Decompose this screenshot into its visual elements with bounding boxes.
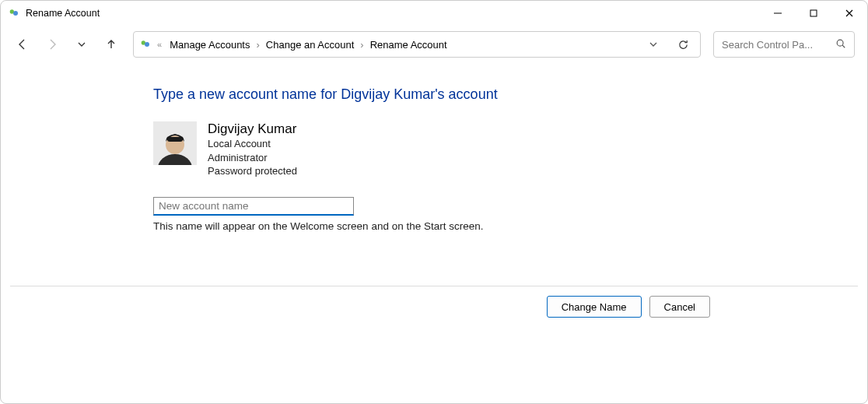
forward-button[interactable] bbox=[44, 37, 60, 52]
refresh-button[interactable] bbox=[675, 37, 691, 52]
nav-buttons bbox=[15, 37, 119, 52]
recent-dropdown-icon[interactable] bbox=[74, 37, 89, 52]
avatar bbox=[153, 121, 197, 165]
minimize-button[interactable] bbox=[760, 1, 796, 26]
close-button[interactable] bbox=[831, 1, 867, 26]
breadcrumb-item[interactable]: Rename Account bbox=[367, 37, 450, 52]
up-button[interactable] bbox=[103, 37, 119, 52]
search-icon[interactable] bbox=[835, 38, 846, 51]
account-meta: Digvijay Kumar Local Account Administrat… bbox=[208, 121, 297, 178]
rename-input-row bbox=[153, 197, 867, 216]
svg-point-4 bbox=[145, 42, 149, 47]
change-name-button[interactable]: Change Name bbox=[547, 296, 642, 318]
input-hint: This name will appear on the Welcome scr… bbox=[153, 220, 867, 232]
search-input[interactable] bbox=[722, 39, 823, 51]
cancel-button[interactable]: Cancel bbox=[649, 296, 710, 318]
app-icon bbox=[7, 6, 21, 20]
new-account-name-input[interactable] bbox=[153, 197, 354, 216]
breadcrumb-overflow-icon[interactable]: « bbox=[156, 40, 163, 49]
window-title: Rename Account bbox=[26, 8, 100, 19]
account-type: Local Account bbox=[208, 137, 297, 151]
titlebar: Rename Account bbox=[1, 1, 867, 26]
svg-rect-2 bbox=[810, 10, 817, 16]
address-dropdown-icon[interactable] bbox=[646, 37, 661, 52]
main-content: Type a new account name for Digvijay Kum… bbox=[1, 63, 867, 232]
account-protection: Password protected bbox=[208, 164, 297, 178]
account-role: Administrator bbox=[208, 151, 297, 165]
chevron-right-icon: › bbox=[256, 39, 259, 51]
footer-actions: Change Name Cancel bbox=[10, 286, 858, 318]
page-heading: Type a new account name for Digvijay Kum… bbox=[153, 86, 867, 103]
breadcrumb-item[interactable]: Manage Accounts bbox=[166, 37, 253, 52]
svg-point-1 bbox=[13, 11, 18, 16]
window-controls bbox=[760, 1, 867, 25]
breadcrumb-item[interactable]: Change an Account bbox=[263, 37, 357, 52]
account-summary: Digvijay Kumar Local Account Administrat… bbox=[153, 121, 867, 178]
back-button[interactable] bbox=[15, 37, 30, 52]
address-bar[interactable]: « Manage Accounts › Change an Account › … bbox=[133, 31, 701, 58]
toolbar: « Manage Accounts › Change an Account › … bbox=[1, 26, 867, 63]
chevron-right-icon: › bbox=[360, 39, 363, 51]
maximize-button[interactable] bbox=[796, 1, 831, 26]
svg-point-5 bbox=[837, 40, 843, 46]
account-name: Digvijay Kumar bbox=[208, 121, 297, 137]
svg-rect-9 bbox=[167, 137, 183, 142]
user-accounts-icon bbox=[138, 37, 152, 51]
search-box[interactable] bbox=[713, 31, 855, 58]
